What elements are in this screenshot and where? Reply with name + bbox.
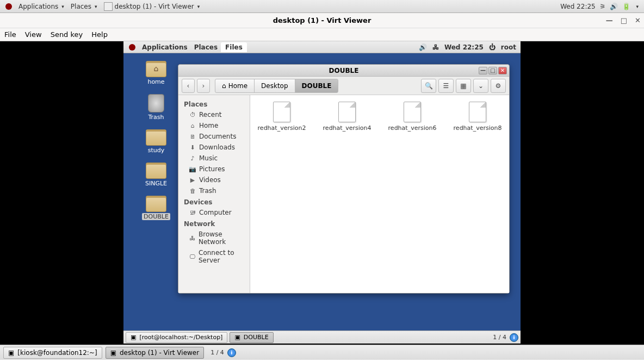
window-icon: ▣ (110, 349, 116, 357)
maximize-button[interactable]: □ (488, 67, 497, 74)
host-system-tray: Wed 22:25 ⚞ 🔊 🔋 ▾ (560, 3, 642, 10)
fedora-icon (129, 44, 135, 51)
host-activities-icon[interactable] (2, 2, 15, 11)
sidebar-item-documents[interactable]: 🗎Documents (178, 131, 250, 142)
desktop-icon-trash[interactable]: Trash (140, 94, 172, 121)
workspace-indicator[interactable]: 1 / 4i (210, 348, 236, 357)
virt-window-titlebar: desktop (1) - Virt Viewer — □ ✕ (0, 13, 644, 28)
nautilus-titlebar[interactable]: DOUBLE — □ ✕ (178, 65, 509, 77)
sidebar-heading-places: Places (178, 98, 250, 109)
file-item[interactable]: redhat_version4 (320, 102, 374, 132)
maximize-button[interactable]: □ (621, 16, 627, 24)
music-icon: ♪ (189, 155, 196, 161)
virt-window-title: desktop (1) - Virt Viewer (273, 16, 371, 24)
trash-icon: 🗑 (189, 188, 196, 194)
back-button[interactable]: ‹ (182, 79, 195, 93)
taskbar-item-terminal[interactable]: ▣[root@localhost:~/Desktop] (126, 332, 227, 343)
menu-help[interactable]: Help (91, 30, 108, 39)
sidebar-item-pictures[interactable]: 📷Pictures (178, 164, 250, 174)
sidebar-item-connect-server[interactable]: 🖵Connect to Server (178, 247, 250, 266)
close-button[interactable]: ✕ (635, 16, 641, 24)
forward-button[interactable]: › (197, 79, 210, 93)
volume-icon[interactable]: 🔊 (419, 43, 427, 51)
search-button[interactable]: 🔍 (421, 79, 436, 93)
desktop-icon-study[interactable]: study (140, 129, 172, 154)
desktop-icon-single[interactable]: SINGLE (140, 163, 172, 187)
path-segment-double[interactable]: DOUBLE (295, 79, 339, 93)
menu-file[interactable]: File (4, 30, 16, 39)
server-icon: 🖵 (189, 253, 195, 260)
sidebar-item-trash[interactable]: 🗑Trash (178, 185, 250, 196)
path-segment-desktop[interactable]: Desktop (254, 79, 295, 93)
sidebar-item-music[interactable]: ♪Music (178, 153, 250, 164)
file-icon (338, 102, 356, 122)
guest-user-menu[interactable]: root (501, 43, 516, 51)
workspace-indicator[interactable]: 1 / 4i (493, 333, 518, 342)
power-icon[interactable]: ⏻ (489, 43, 496, 51)
sidebar-item-computer[interactable]: 🖳Computer (178, 207, 250, 218)
sidebar-heading-network: Network (178, 218, 250, 229)
desktop-icon-double[interactable]: DOUBLE (140, 196, 172, 220)
host-places-menu[interactable]: Places▾ (67, 2, 101, 11)
battery-icon[interactable]: 🔋 (622, 3, 630, 10)
guest-top-panel: Applications Places Files 🔊 🖧 Wed 22:25 … (123, 41, 521, 53)
trash-icon (148, 94, 164, 113)
sidebar-item-videos[interactable]: ▶Videos (178, 174, 250, 185)
nautilus-file-pane[interactable]: redhat_version2 redhat_version4 redhat_v… (250, 95, 509, 293)
file-icon (469, 102, 486, 122)
chevron-down-icon[interactable]: ▾ (636, 4, 639, 9)
menu-sendkey[interactable]: Send key (51, 30, 83, 39)
nautilus-sidebar: Places ⏱Recent ⌂Home 🗎Documents ⬇Downloa… (178, 95, 250, 293)
pictures-icon: 📷 (189, 166, 196, 172)
path-segment-home[interactable]: ⌂Home (215, 79, 255, 93)
guest-activities-icon[interactable] (126, 43, 139, 52)
view-grid-button[interactable]: ▦ (456, 79, 471, 93)
desktop-icon-home[interactable]: home (140, 61, 172, 85)
file-item[interactable]: redhat_version2 (255, 102, 309, 132)
taskbar-item-terminal[interactable]: ▣[kiosk@foundation12:~] (3, 347, 102, 359)
view-dropdown-button[interactable]: ⌄ (473, 79, 488, 93)
network-icon[interactable]: 🖧 (432, 43, 439, 51)
view-list-button[interactable]: ☰ (438, 79, 454, 93)
guest-active-app-menu[interactable]: Files (221, 42, 247, 52)
sidebar-item-recent[interactable]: ⏱Recent (178, 109, 250, 120)
documents-icon: 🗎 (189, 133, 196, 140)
folder-icon: ▣ (234, 334, 240, 341)
host-clock[interactable]: Wed 22:25 (560, 3, 596, 10)
guest-clock[interactable]: Wed 22:25 (444, 43, 484, 51)
taskbar-item-files[interactable]: ▣DOUBLE (230, 332, 273, 343)
minimize-button[interactable]: — (606, 16, 613, 24)
volume-icon[interactable]: 🔊 (610, 3, 618, 10)
sidebar-item-home[interactable]: ⌂Home (178, 120, 250, 131)
chevron-down-icon: ▾ (197, 4, 200, 9)
file-item[interactable]: redhat_version6 (385, 102, 439, 132)
nautilus-toolbar: ‹ › ⌂Home Desktop DOUBLE 🔍 ☰ ▦ ⌄ ⚙ (178, 77, 509, 95)
window-icon (104, 2, 113, 11)
guest-taskbar: ▣[root@localhost:~/Desktop] ▣DOUBLE 1 / … (123, 330, 521, 344)
guest-desktop[interactable]: home Trash study SINGLE DOUBLE DOUBLE — … (123, 53, 521, 330)
guest-places-menu[interactable]: Places (191, 42, 221, 52)
settings-button[interactable]: ⚙ (491, 79, 506, 93)
sidebar-item-downloads[interactable]: ⬇Downloads (178, 142, 250, 153)
taskbar-item-virtviewer[interactable]: ▣desktop (1) - Virt Viewer (106, 347, 205, 359)
guest-applications-menu[interactable]: Applications (139, 42, 191, 52)
recent-icon: ⏱ (189, 111, 196, 118)
fedora-icon (5, 3, 12, 10)
host-top-panel: Applications▾ Places▾ desktop (1) - Virt… (0, 0, 644, 13)
sidebar-item-browse-network[interactable]: 🖧Browse Network (178, 229, 250, 247)
host-applications-menu[interactable]: Applications▾ (15, 2, 67, 11)
close-button[interactable]: ✕ (498, 67, 507, 74)
terminal-icon: ▣ (8, 349, 14, 357)
file-item[interactable]: redhat_version8 (450, 102, 505, 132)
menu-view[interactable]: View (25, 30, 42, 39)
file-icon (273, 102, 290, 122)
folder-icon (146, 129, 166, 146)
minimize-button[interactable]: — (479, 67, 487, 74)
desktop-icons: home Trash study SINGLE DOUBLE (140, 61, 172, 220)
virt-menubar: File View Send key Help (0, 28, 644, 41)
pathbar: ⌂Home Desktop DOUBLE (215, 79, 338, 93)
terminal-icon: ▣ (131, 334, 136, 341)
wifi-icon[interactable]: ⚞ (600, 3, 606, 10)
host-active-app-menu[interactable]: desktop (1) - Virt Viewer▾ (101, 1, 203, 12)
file-icon (404, 102, 421, 122)
